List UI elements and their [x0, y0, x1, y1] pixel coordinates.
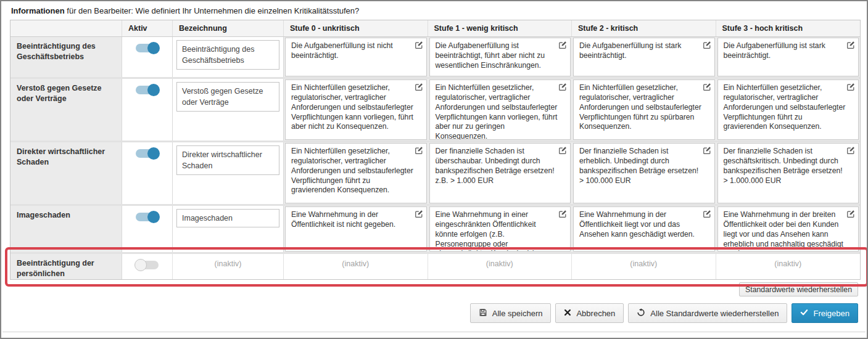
stufe-textbox: Die Aufgabenerfüllung ist beeinträchtigt… — [429, 38, 571, 76]
edit-icon[interactable] — [558, 210, 567, 218]
header-aktiv: Aktiv — [122, 20, 173, 36]
stufe-text: Der finanzielle Schaden ist erheblich. U… — [579, 147, 698, 185]
info-label-bold: Informationen — [11, 6, 65, 15]
release-label: Freigeben — [813, 309, 849, 318]
edit-icon[interactable] — [846, 146, 855, 155]
stufe3-cell: Ein Nichterfüllen gesetzlicher, regulato… — [716, 79, 861, 141]
active-toggle[interactable] — [136, 261, 159, 269]
stufe-text: Eine Wahrnehmung in der Öffentlichkeit l… — [579, 210, 695, 239]
save-all-label: Alle speichern — [492, 309, 543, 318]
stufe0-cell: Die Aufgabenerfüllung ist nicht beeinträ… — [284, 37, 428, 77]
active-toggle[interactable] — [136, 213, 159, 221]
stufe3-cell: Eine Wahrnehmung in der breiten Öffentli… — [716, 206, 861, 252]
edit-icon[interactable] — [415, 146, 423, 155]
stufe-text: Ein Nichterfüllen gesetzlicher, regulato… — [436, 83, 558, 140]
stufe-textbox: Eine Wahrnehmung in der breiten Öffentli… — [717, 206, 859, 251]
stufe2-cell-inactive: (inaktiv) — [572, 254, 716, 279]
active-cell — [122, 37, 173, 77]
edit-icon[interactable] — [415, 41, 423, 49]
bezeichnung-input[interactable]: Direkter wirtschaftlicher Schaden — [176, 145, 279, 175]
stufe-text: Ein Nichterfüllen gesetzlicher, regulato… — [291, 83, 413, 131]
save-all-button[interactable]: Alle speichern — [470, 303, 552, 323]
bezeichnung-cell: Direkter wirtschaftlicher Schaden — [173, 142, 284, 204]
toggle-knob-icon — [147, 84, 160, 96]
editor-info-text: Informationen für den Bearbeiter: Wie de… — [11, 6, 359, 15]
stufe2-cell: Ein Nichterfüllen gesetzlicher, regulato… — [572, 79, 716, 141]
stufe-textbox: Der finanzielle Schaden ist überschaubar… — [429, 143, 571, 203]
stufe2-cell: Eine Wahrnehmung in der Öffentlichkeit l… — [572, 206, 716, 252]
stufe2-cell: Der finanzielle Schaden ist erheblich. U… — [572, 142, 716, 204]
stufe0-cell: Ein Nichterfüllen gesetzlicher, regulato… — [284, 79, 428, 141]
info-label-rest: für den Bearbeiter: Wie definiert Ihr Un… — [65, 6, 360, 15]
toggle-knob-icon — [147, 211, 160, 223]
footer-divider — [2, 332, 866, 332]
stufe-textbox: Ein Nichterfüllen gesetzlicher, regulato… — [573, 80, 715, 140]
criticality-table: Aktiv Bezeichnung Stufe 0 - unkritisch S… — [10, 20, 861, 280]
stufe-text: Die Aufgabenerfüllung ist stark beeinträ… — [579, 41, 681, 60]
bezeichnung-cell: Beeinträchtigung des Geschäftsbetriebs — [173, 37, 284, 77]
edit-icon[interactable] — [415, 83, 423, 91]
toggle-knob-icon — [147, 147, 160, 160]
edit-icon[interactable] — [703, 41, 711, 49]
active-toggle[interactable] — [136, 44, 159, 52]
action-button-bar: Alle speichern Abbrechen Alle Standardwe… — [470, 303, 858, 323]
stufe-textbox: Die Aufgabenerfüllung ist nicht beeinträ… — [285, 38, 427, 76]
stufe-textbox: Ein Nichterfüllen gesetzlicher, regulato… — [429, 80, 571, 140]
row-label: Beeinträchtigung der persönlichen Unvers… — [10, 254, 122, 279]
stufe-text: Die Aufgabenerfüllung ist nicht beeinträ… — [291, 41, 393, 60]
stufe-textbox: Eine Wahrnehmung in der Öffentlichkeit l… — [573, 206, 715, 251]
active-cell — [122, 254, 173, 279]
edit-icon[interactable] — [846, 41, 855, 49]
stufe-textbox: Der finanzielle Schaden ist erheblich. U… — [573, 143, 715, 203]
bezeichnung-input[interactable]: Imageschaden — [176, 209, 279, 227]
close-icon — [564, 309, 571, 318]
stufe1-cell-inactive: (inaktiv) — [428, 254, 572, 279]
edit-icon[interactable] — [846, 210, 855, 218]
stufe-text: Ein Nichterfüllen gesetzlicher, regulato… — [579, 83, 701, 131]
restore-defaults-label: Standardwerte wiederherstellen — [745, 285, 852, 294]
active-toggle[interactable] — [136, 86, 159, 94]
active-cell — [122, 79, 173, 141]
header-stufe-0: Stufe 0 - unkritisch — [284, 20, 428, 36]
toggle-knob-icon — [147, 42, 160, 54]
edit-icon[interactable] — [703, 210, 711, 218]
stufe1-cell: Der finanzielle Schaden ist überschaubar… — [428, 142, 572, 204]
restore-all-defaults-button[interactable]: Alle Standardwerte wiederherstellen — [628, 303, 787, 323]
bezeichnung-input[interactable]: Verstoß gegen Gesetze oder Verträge — [176, 82, 279, 112]
edit-icon[interactable] — [703, 83, 711, 91]
bezeichnung-cell-inactive: (inaktiv) — [173, 254, 284, 279]
stufe-textbox: Eine Wahrnehmung in einer eingeschränkte… — [429, 206, 571, 251]
criticality-config-screen: Informationen für den Bearbeiter: Wie de… — [0, 0, 868, 339]
edit-icon[interactable] — [558, 146, 567, 155]
edit-icon[interactable] — [703, 146, 711, 155]
cancel-label: Abbrechen — [576, 309, 615, 318]
save-icon — [479, 308, 487, 319]
active-toggle[interactable] — [136, 149, 159, 158]
toggle-knob-icon — [134, 259, 147, 271]
edit-icon[interactable] — [846, 83, 855, 91]
release-button[interactable]: Freigeben — [792, 303, 858, 323]
stufe1-cell: Eine Wahrnehmung in einer eingeschränkte… — [428, 206, 572, 252]
stufe-text: Der finanzielle Schaden ist geschäftskri… — [724, 147, 843, 185]
stufe-text: Der finanzielle Schaden ist überschaubar… — [436, 147, 555, 185]
stufe-text: Ein Nichterfüllen gesetzlicher, regulato… — [724, 83, 846, 131]
table-row: Imageschaden Imageschaden Eine Wahrnehmu… — [10, 204, 860, 252]
stufe-text: Ein Nichterfüllen gesetzlicher, regulato… — [291, 147, 413, 194]
active-cell — [122, 206, 173, 252]
edit-icon[interactable] — [415, 210, 423, 218]
cancel-button[interactable]: Abbrechen — [555, 303, 624, 323]
bezeichnung-input[interactable]: Beeinträchtigung des Geschäftsbetriebs — [176, 40, 279, 70]
table-header-row: Aktiv Bezeichnung Stufe 0 - unkritisch S… — [10, 20, 860, 37]
check-icon — [800, 308, 808, 318]
restore-defaults-button[interactable]: Standardwerte wiederherstellen — [739, 282, 858, 296]
edit-icon[interactable] — [558, 41, 567, 49]
stufe-textbox: Ein Nichterfüllen gesetzlicher, regulato… — [285, 80, 427, 140]
header-empty — [10, 20, 122, 36]
stufe-text: Die Aufgabenerfüllung ist stark beeinträ… — [724, 41, 825, 60]
edit-icon[interactable] — [558, 83, 567, 91]
table-row: Verstoß gegen Gesetze oder Verträge Vers… — [10, 77, 860, 141]
row-label: Verstoß gegen Gesetze oder Verträge — [10, 79, 122, 141]
stufe0-cell: Eine Wahrnehmung in der Öffentlichkeit i… — [284, 206, 428, 252]
stufe-textbox: Der finanzielle Schaden ist geschäftskri… — [717, 143, 859, 203]
stufe-text: Eine Wahrnehmung in der Öffentlichkeit i… — [291, 210, 395, 229]
